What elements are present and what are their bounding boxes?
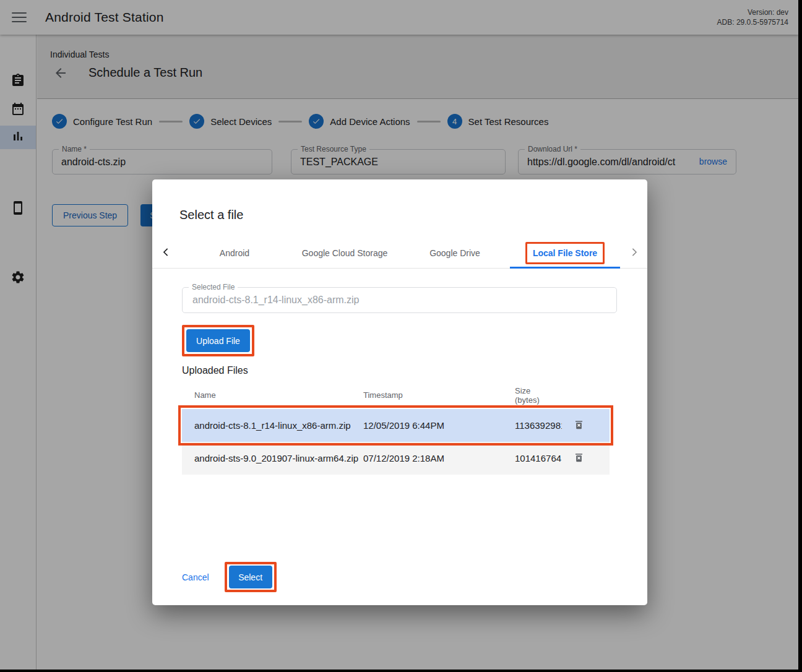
tabs-scroll-right-button[interactable] [620, 238, 647, 268]
dialog-footer: Cancel Select [182, 562, 617, 592]
tab-google-drive[interactable]: Google Drive [400, 238, 510, 268]
column-header-name: Name [182, 390, 363, 400]
table-row[interactable]: android-sts-9.0_201907-linux-arm64.zip 0… [182, 442, 610, 475]
cancel-button[interactable]: Cancel [177, 572, 214, 582]
tabs-scroll-left-button[interactable] [152, 238, 179, 268]
dialog-tab-bar: Android Google Cloud Storage Google Driv… [152, 238, 647, 269]
file-name-cell: android-cts-8.1_r14-linux_x86-arm.zip [182, 420, 363, 431]
trash-delete-icon [573, 456, 585, 465]
column-header-timestamp: Timestamp [363, 390, 515, 400]
annotation-box-select: Select [225, 562, 277, 592]
tab-google-cloud-storage[interactable]: Google Cloud Storage [290, 238, 400, 268]
selected-file-value: android-cts-8.1_r14-linux_x86-arm.zip [183, 288, 616, 312]
tab-android[interactable]: Android [179, 238, 290, 268]
tab-label: Google Cloud Storage [302, 248, 388, 258]
table-row[interactable]: android-cts-8.1_r14-linux_x86-arm.zip 12… [182, 409, 610, 442]
timestamp-cell: 12/05/2019 6:44PM [363, 420, 515, 431]
annotation-box-selected-row: android-cts-8.1_r14-linux_x86-arm.zip 12… [182, 409, 610, 442]
column-header-size: Size (bytes) [515, 386, 562, 405]
selected-file-label: Selected File [189, 283, 238, 291]
table-header-row: Name Timestamp Size (bytes) [182, 381, 610, 409]
dialog-body: Selected File android-cts-8.1_r14-linux_… [152, 287, 647, 592]
tab-label: Android [220, 248, 249, 258]
tab-label: Local File Store [533, 248, 597, 258]
dialog-tabs: Android Google Cloud Storage Google Driv… [179, 238, 620, 268]
chevron-right-icon [629, 247, 639, 260]
chevron-left-icon [161, 247, 171, 260]
app-window: Android Test Station Version: dev ADB: 2… [0, 0, 798, 670]
dialog-title: Select a file [179, 208, 647, 222]
select-button[interactable]: Select [229, 566, 272, 588]
tab-label: Google Drive [429, 248, 480, 258]
tab-local-file-store[interactable]: Local File Store [510, 238, 620, 268]
uploaded-files-heading: Uploaded Files [182, 365, 617, 376]
selected-file-field[interactable]: Selected File android-cts-8.1_r14-linux_… [182, 287, 617, 313]
select-file-dialog: Select a file Android Google Cloud Stora… [152, 179, 647, 605]
file-name-cell: android-sts-9.0_201907-linux-arm64.zip [182, 453, 363, 463]
timestamp-cell: 07/12/2019 2:18AM [363, 453, 515, 463]
size-cell: 101416764 [515, 453, 562, 463]
upload-file-button[interactable]: Upload File [186, 329, 250, 352]
delete-file-button[interactable] [572, 450, 586, 467]
size-cell: 1136392981 [515, 420, 562, 431]
uploaded-files-table: Name Timestamp Size (bytes) android-cts-… [182, 381, 610, 475]
annotation-box-upload-file: Upload File [182, 325, 254, 356]
trash-delete-icon [573, 423, 585, 433]
delete-file-button[interactable] [572, 418, 586, 434]
annotation-box-local-file-store: Local File Store [525, 242, 605, 264]
